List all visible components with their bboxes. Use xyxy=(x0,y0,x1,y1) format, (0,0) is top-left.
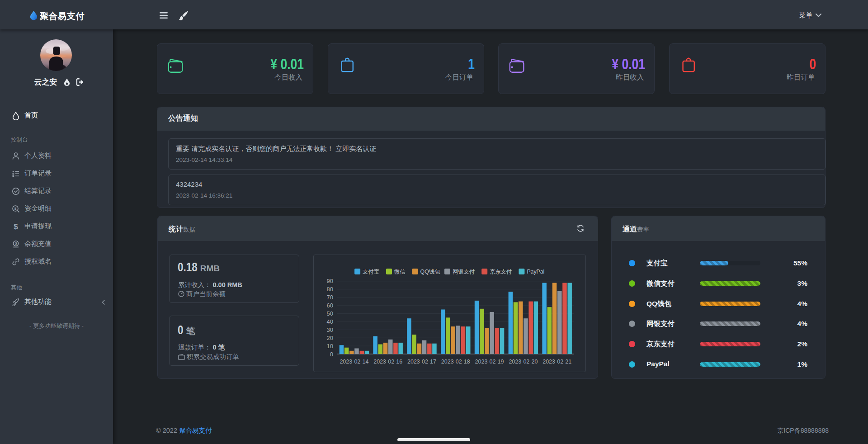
svg-text:0: 0 xyxy=(330,351,333,358)
svg-text:微信: 微信 xyxy=(394,269,406,275)
svg-text:2023-02-16: 2023-02-16 xyxy=(373,359,402,365)
svg-text:30: 30 xyxy=(327,326,333,333)
svg-text:2023-02-17: 2023-02-17 xyxy=(407,359,436,365)
svg-text:支付宝: 支付宝 xyxy=(363,269,379,275)
svg-text:网银支付: 网银支付 xyxy=(453,269,475,275)
svg-text:2023-02-18: 2023-02-18 xyxy=(441,359,470,365)
svg-text:京东支付: 京东支付 xyxy=(490,269,512,275)
svg-text:50: 50 xyxy=(327,310,333,317)
svg-text:40: 40 xyxy=(327,318,333,325)
svg-text:2023-02-14: 2023-02-14 xyxy=(340,359,368,365)
svg-text:10: 10 xyxy=(327,343,333,350)
svg-text:$: $ xyxy=(14,207,17,211)
svg-text:QQ钱包: QQ钱包 xyxy=(420,269,440,275)
svg-text:2023-02-21: 2023-02-21 xyxy=(542,359,571,365)
svg-text:$: $ xyxy=(15,241,17,246)
svg-text:70: 70 xyxy=(327,294,333,301)
svg-text:2023-02-20: 2023-02-20 xyxy=(509,359,538,365)
svg-text:20: 20 xyxy=(327,335,333,341)
svg-text:90: 90 xyxy=(327,278,333,284)
svg-text:80: 80 xyxy=(327,286,333,293)
svg-text:$: $ xyxy=(14,222,18,231)
svg-text:60: 60 xyxy=(327,302,333,309)
svg-text:PayPal: PayPal xyxy=(527,269,544,275)
svg-text:2023-02-19: 2023-02-19 xyxy=(475,359,504,365)
